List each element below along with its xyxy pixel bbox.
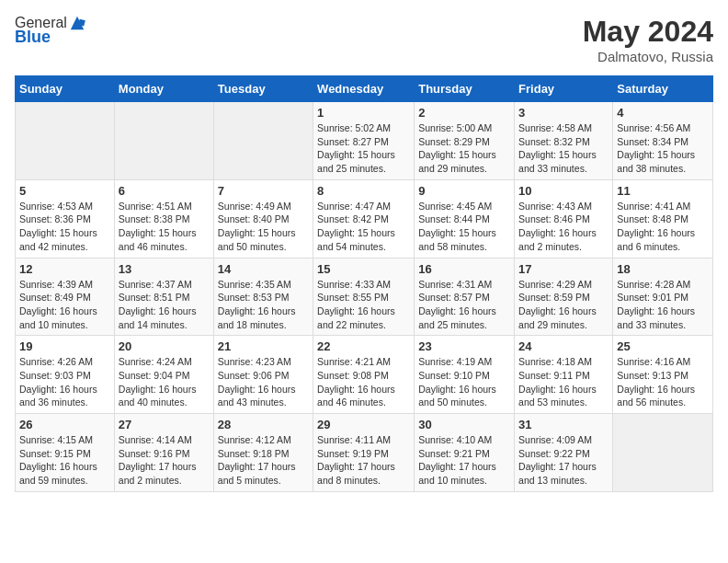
location-subtitle: Dalmatovo, Russia bbox=[583, 49, 713, 64]
day-number: 7 bbox=[218, 184, 309, 198]
calendar-cell: 17Sunrise: 4:29 AMSunset: 8:59 PMDayligh… bbox=[515, 258, 613, 336]
calendar-cell bbox=[613, 414, 713, 492]
day-info: Sunrise: 4:29 AMSunset: 8:59 PMDaylight:… bbox=[518, 278, 609, 332]
day-number: 2 bbox=[418, 106, 510, 120]
calendar-table: SundayMondayTuesdayWednesdayThursdayFrid… bbox=[15, 75, 713, 492]
calendar-cell: 20Sunrise: 4:24 AMSunset: 9:04 PMDayligh… bbox=[114, 336, 213, 414]
day-number: 30 bbox=[418, 418, 510, 431]
day-info: Sunrise: 4:19 AMSunset: 9:10 PMDaylight:… bbox=[418, 355, 510, 409]
day-info: Sunrise: 4:09 AMSunset: 9:22 PMDaylight:… bbox=[518, 433, 609, 488]
day-number: 25 bbox=[617, 339, 709, 353]
calendar-cell: 18Sunrise: 4:28 AMSunset: 9:01 PMDayligh… bbox=[613, 258, 713, 336]
header-monday: Monday bbox=[114, 76, 213, 102]
day-number: 9 bbox=[418, 184, 510, 198]
calendar-cell: 26Sunrise: 4:15 AMSunset: 9:15 PMDayligh… bbox=[16, 414, 115, 492]
calendar-cell bbox=[114, 102, 213, 180]
day-number: 16 bbox=[418, 262, 510, 276]
day-number: 13 bbox=[119, 262, 210, 276]
day-number: 6 bbox=[119, 184, 210, 198]
day-info: Sunrise: 4:33 AMSunset: 8:55 PMDaylight:… bbox=[317, 278, 410, 332]
day-info: Sunrise: 4:56 AMSunset: 8:34 PMDaylight:… bbox=[617, 121, 709, 176]
calendar-cell bbox=[213, 102, 313, 180]
day-number: 5 bbox=[19, 184, 110, 198]
day-info: Sunrise: 4:49 AMSunset: 8:40 PMDaylight:… bbox=[218, 200, 309, 254]
day-number: 22 bbox=[317, 339, 410, 353]
calendar-cell: 9Sunrise: 4:45 AMSunset: 8:44 PMDaylight… bbox=[415, 179, 515, 258]
day-info: Sunrise: 4:45 AMSunset: 8:44 PMDaylight:… bbox=[418, 200, 510, 254]
header-friday: Friday bbox=[515, 76, 613, 102]
day-info: Sunrise: 4:53 AMSunset: 8:36 PMDaylight:… bbox=[19, 200, 110, 254]
logo: General Blue bbox=[15, 15, 85, 47]
week-row-2: 5Sunrise: 4:53 AMSunset: 8:36 PMDaylight… bbox=[16, 179, 713, 258]
day-number: 17 bbox=[518, 262, 609, 276]
day-number: 21 bbox=[218, 339, 309, 353]
calendar-cell: 1Sunrise: 5:02 AMSunset: 8:27 PMDaylight… bbox=[313, 102, 415, 180]
logo-icon bbox=[69, 15, 85, 31]
header-sunday: Sunday bbox=[16, 76, 115, 102]
day-info: Sunrise: 4:43 AMSunset: 8:46 PMDaylight:… bbox=[518, 200, 609, 254]
day-number: 3 bbox=[518, 106, 609, 120]
day-info: Sunrise: 4:51 AMSunset: 8:38 PMDaylight:… bbox=[119, 200, 210, 254]
calendar-cell: 13Sunrise: 4:37 AMSunset: 8:51 PMDayligh… bbox=[114, 258, 213, 336]
day-info: Sunrise: 4:16 AMSunset: 9:13 PMDaylight:… bbox=[617, 355, 709, 409]
calendar-cell: 3Sunrise: 4:58 AMSunset: 8:32 PMDaylight… bbox=[515, 102, 613, 180]
day-info: Sunrise: 4:23 AMSunset: 9:06 PMDaylight:… bbox=[218, 355, 309, 409]
title-block: May 2024 Dalmatovo, Russia bbox=[583, 15, 713, 64]
day-number: 31 bbox=[518, 418, 609, 431]
header-thursday: Thursday bbox=[415, 76, 515, 102]
day-info: Sunrise: 4:47 AMSunset: 8:42 PMDaylight:… bbox=[317, 200, 410, 254]
calendar-cell: 12Sunrise: 4:39 AMSunset: 8:49 PMDayligh… bbox=[16, 258, 115, 336]
day-number: 29 bbox=[317, 418, 410, 431]
calendar-cell: 19Sunrise: 4:26 AMSunset: 9:03 PMDayligh… bbox=[16, 336, 115, 414]
day-number: 23 bbox=[418, 339, 510, 353]
day-number: 15 bbox=[317, 262, 410, 276]
day-number: 11 bbox=[617, 184, 709, 198]
calendar-cell: 11Sunrise: 4:41 AMSunset: 8:48 PMDayligh… bbox=[613, 179, 713, 258]
day-info: Sunrise: 5:00 AMSunset: 8:29 PMDaylight:… bbox=[418, 121, 510, 176]
calendar-cell: 25Sunrise: 4:16 AMSunset: 9:13 PMDayligh… bbox=[613, 336, 713, 414]
calendar-cell: 14Sunrise: 4:35 AMSunset: 8:53 PMDayligh… bbox=[213, 258, 313, 336]
week-row-4: 19Sunrise: 4:26 AMSunset: 9:03 PMDayligh… bbox=[16, 336, 713, 414]
day-info: Sunrise: 4:10 AMSunset: 9:21 PMDaylight:… bbox=[418, 433, 510, 488]
day-info: Sunrise: 4:14 AMSunset: 9:16 PMDaylight:… bbox=[119, 433, 210, 488]
week-row-3: 12Sunrise: 4:39 AMSunset: 8:49 PMDayligh… bbox=[16, 258, 713, 336]
day-number: 28 bbox=[218, 418, 309, 431]
calendar-cell: 24Sunrise: 4:18 AMSunset: 9:11 PMDayligh… bbox=[515, 336, 613, 414]
calendar-header-row: SundayMondayTuesdayWednesdayThursdayFrid… bbox=[16, 76, 713, 102]
calendar-cell: 22Sunrise: 4:21 AMSunset: 9:08 PMDayligh… bbox=[313, 336, 415, 414]
day-number: 4 bbox=[617, 106, 709, 120]
calendar-cell: 23Sunrise: 4:19 AMSunset: 9:10 PMDayligh… bbox=[415, 336, 515, 414]
day-info: Sunrise: 4:41 AMSunset: 8:48 PMDaylight:… bbox=[617, 200, 709, 254]
day-info: Sunrise: 4:37 AMSunset: 8:51 PMDaylight:… bbox=[119, 278, 210, 332]
day-info: Sunrise: 4:24 AMSunset: 9:04 PMDaylight:… bbox=[119, 355, 210, 409]
calendar-cell: 16Sunrise: 4:31 AMSunset: 8:57 PMDayligh… bbox=[415, 258, 515, 336]
day-number: 26 bbox=[19, 418, 110, 431]
calendar-cell: 15Sunrise: 4:33 AMSunset: 8:55 PMDayligh… bbox=[313, 258, 415, 336]
month-title: May 2024 bbox=[583, 15, 713, 49]
day-info: Sunrise: 4:31 AMSunset: 8:57 PMDaylight:… bbox=[418, 278, 510, 332]
day-number: 12 bbox=[19, 262, 110, 276]
calendar-cell: 2Sunrise: 5:00 AMSunset: 8:29 PMDaylight… bbox=[415, 102, 515, 180]
header-tuesday: Tuesday bbox=[213, 76, 313, 102]
header-wednesday: Wednesday bbox=[313, 76, 415, 102]
day-number: 24 bbox=[518, 339, 609, 353]
week-row-5: 26Sunrise: 4:15 AMSunset: 9:15 PMDayligh… bbox=[16, 414, 713, 492]
day-info: Sunrise: 4:15 AMSunset: 9:15 PMDaylight:… bbox=[19, 433, 110, 488]
day-info: Sunrise: 4:11 AMSunset: 9:19 PMDaylight:… bbox=[317, 433, 410, 488]
calendar-cell: 7Sunrise: 4:49 AMSunset: 8:40 PMDaylight… bbox=[213, 179, 313, 258]
day-number: 19 bbox=[19, 339, 110, 353]
day-number: 14 bbox=[218, 262, 309, 276]
header-saturday: Saturday bbox=[613, 76, 713, 102]
day-info: Sunrise: 5:02 AMSunset: 8:27 PMDaylight:… bbox=[317, 121, 410, 176]
calendar-cell: 4Sunrise: 4:56 AMSunset: 8:34 PMDaylight… bbox=[613, 102, 713, 180]
day-info: Sunrise: 4:18 AMSunset: 9:11 PMDaylight:… bbox=[518, 355, 609, 409]
day-info: Sunrise: 4:12 AMSunset: 9:18 PMDaylight:… bbox=[218, 433, 309, 488]
calendar-cell: 30Sunrise: 4:10 AMSunset: 9:21 PMDayligh… bbox=[415, 414, 515, 492]
calendar-cell: 6Sunrise: 4:51 AMSunset: 8:38 PMDaylight… bbox=[114, 179, 213, 258]
calendar-cell: 31Sunrise: 4:09 AMSunset: 9:22 PMDayligh… bbox=[515, 414, 613, 492]
day-number: 20 bbox=[119, 339, 210, 353]
calendar-cell: 21Sunrise: 4:23 AMSunset: 9:06 PMDayligh… bbox=[213, 336, 313, 414]
calendar-cell: 10Sunrise: 4:43 AMSunset: 8:46 PMDayligh… bbox=[515, 179, 613, 258]
day-info: Sunrise: 4:58 AMSunset: 8:32 PMDaylight:… bbox=[518, 121, 609, 176]
week-row-1: 1Sunrise: 5:02 AMSunset: 8:27 PMDaylight… bbox=[16, 102, 713, 180]
